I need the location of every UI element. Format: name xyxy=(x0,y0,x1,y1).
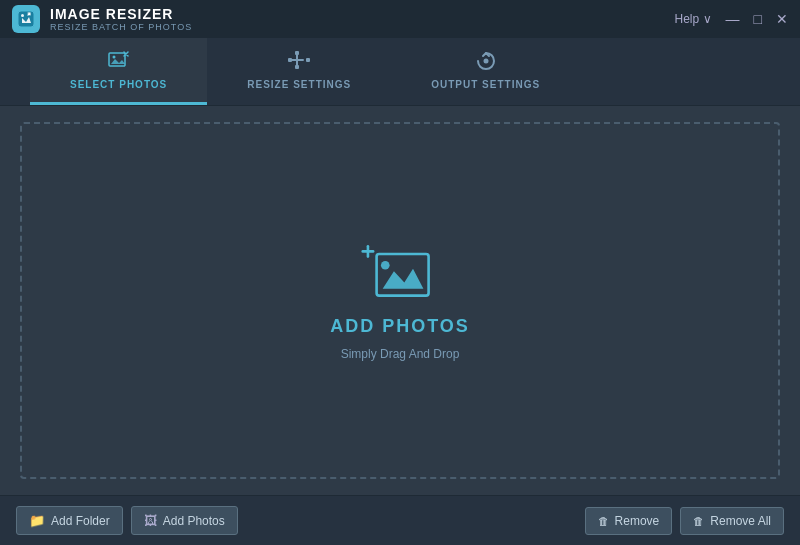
app-subtitle: RESIZE BATCH OF PHOTOS xyxy=(50,22,192,32)
help-button[interactable]: Help ∨ xyxy=(675,12,712,26)
drop-zone[interactable]: ADD PHOTOS Simply Drag And Drop xyxy=(20,122,780,479)
minimize-button[interactable]: — xyxy=(726,12,740,26)
add-photos-label: Add Photos xyxy=(163,514,225,528)
tabs-bar: SELECT PHOTOS RESIZE SETTINGS OUTPUT SET… xyxy=(0,38,800,106)
select-photos-label: SELECT PHOTOS xyxy=(70,79,167,90)
remove-label: Remove xyxy=(615,514,660,528)
resize-settings-icon xyxy=(287,50,311,75)
bottom-bar: 📁 Add Folder 🖼 Add Photos 🗑 Remove 🗑 Rem… xyxy=(0,495,800,545)
remove-button[interactable]: 🗑 Remove xyxy=(585,507,673,535)
maximize-button[interactable]: □ xyxy=(754,12,762,26)
app-name-block: IMAGE RESIZER RESIZE BATCH OF PHOTOS xyxy=(50,6,192,32)
svg-point-12 xyxy=(381,260,390,269)
svg-rect-5 xyxy=(306,58,310,62)
svg-rect-6 xyxy=(295,51,299,55)
tab-output-settings[interactable]: OUTPUT SETTINGS xyxy=(391,38,580,105)
app-icon xyxy=(12,5,40,33)
remove-all-button[interactable]: 🗑 Remove All xyxy=(680,507,784,535)
photo-icon: 🖼 xyxy=(144,513,157,528)
bottom-left-buttons: 📁 Add Folder 🖼 Add Photos xyxy=(16,506,238,535)
select-photos-icon xyxy=(107,50,131,75)
add-folder-label: Add Folder xyxy=(51,514,110,528)
bottom-right-buttons: 🗑 Remove 🗑 Remove All xyxy=(585,507,784,535)
output-settings-icon xyxy=(474,50,498,75)
output-settings-label: OUTPUT SETTINGS xyxy=(431,79,540,90)
app-title: IMAGE RESIZER xyxy=(50,6,192,22)
svg-rect-2 xyxy=(109,53,125,66)
remove-icon: 🗑 xyxy=(598,515,609,527)
svg-rect-7 xyxy=(295,65,299,69)
tab-select-photos[interactable]: SELECT PHOTOS xyxy=(30,38,207,105)
add-folder-button[interactable]: 📁 Add Folder xyxy=(16,506,123,535)
folder-icon: 📁 xyxy=(29,513,45,528)
add-photos-label: ADD PHOTOS xyxy=(330,316,470,337)
svg-point-3 xyxy=(112,56,115,59)
add-photos-button[interactable]: 🖼 Add Photos xyxy=(131,506,238,535)
titlebar-right: Help ∨ — □ ✕ xyxy=(675,12,788,26)
close-button[interactable]: ✕ xyxy=(776,12,788,26)
titlebar: IMAGE RESIZER RESIZE BATCH OF PHOTOS Hel… xyxy=(0,0,800,38)
main-content: ADD PHOTOS Simply Drag And Drop xyxy=(0,106,800,495)
tab-resize-settings[interactable]: RESIZE SETTINGS xyxy=(207,38,391,105)
remove-all-icon: 🗑 xyxy=(693,515,704,527)
svg-point-8 xyxy=(483,59,488,64)
remove-all-label: Remove All xyxy=(710,514,771,528)
resize-settings-label: RESIZE SETTINGS xyxy=(247,79,351,90)
svg-rect-11 xyxy=(377,254,429,296)
titlebar-left: IMAGE RESIZER RESIZE BATCH OF PHOTOS xyxy=(12,5,192,33)
svg-rect-4 xyxy=(288,58,292,62)
svg-point-1 xyxy=(21,14,24,17)
add-photos-svg-icon xyxy=(360,241,440,306)
drag-drop-hint: Simply Drag And Drop xyxy=(341,347,460,361)
svg-rect-0 xyxy=(18,11,34,27)
